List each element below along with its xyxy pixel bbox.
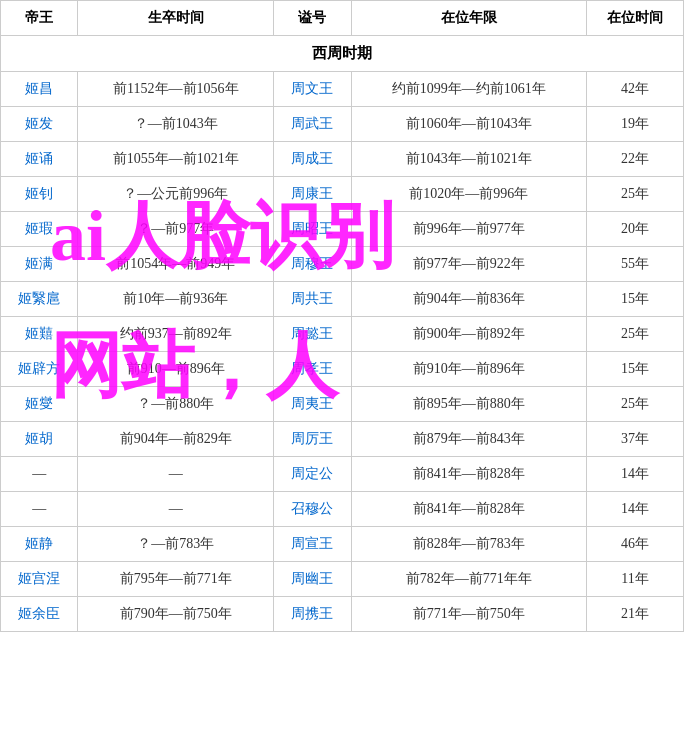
emperor-title[interactable]: 周昭王 — [274, 212, 351, 247]
emperor-title[interactable]: 召穆公 — [274, 492, 351, 527]
emperor-duration: 21年 — [586, 597, 683, 632]
emperor-title[interactable]: 周懿王 — [274, 317, 351, 352]
emperor-lifespan: 前795年—前771年 — [78, 562, 274, 597]
emperor-title[interactable]: 周穆王 — [274, 247, 351, 282]
emperor-name[interactable]: 姬燮 — [1, 387, 78, 422]
emperor-title-link[interactable]: 周武王 — [291, 116, 333, 131]
emperor-title-link[interactable]: 周宣王 — [291, 536, 333, 551]
emperor-reign-years: 前841年—前828年 — [351, 492, 586, 527]
emperor-name[interactable]: 姬瑕 — [1, 212, 78, 247]
emperor-title-link[interactable]: 周懿王 — [291, 326, 333, 341]
emperor-title-link[interactable]: 周厉王 — [291, 431, 333, 446]
emperor-name[interactable]: — — [1, 492, 78, 527]
emperor-title-link[interactable]: 周夷王 — [291, 396, 333, 411]
emperor-name[interactable]: 姬囏 — [1, 317, 78, 352]
emperor-duration: 37年 — [586, 422, 683, 457]
emperor-name[interactable]: 姬余臣 — [1, 597, 78, 632]
emperor-name-link[interactable]: 姬发 — [25, 116, 53, 131]
emperor-title[interactable]: 周厉王 — [274, 422, 351, 457]
emperor-duration: 42年 — [586, 72, 683, 107]
emperor-title[interactable]: 周幽王 — [274, 562, 351, 597]
emperor-reign-years: 前977年—前922年 — [351, 247, 586, 282]
emperor-name[interactable]: 姬钊 — [1, 177, 78, 212]
emperor-lifespan: — — [78, 492, 274, 527]
emperor-duration: 15年 — [586, 282, 683, 317]
emperor-lifespan: ？—公元前996年 — [78, 177, 274, 212]
emperor-duration: 14年 — [586, 492, 683, 527]
emperor-reign-years: 前1060年—前1043年 — [351, 107, 586, 142]
emperor-name[interactable]: 姬繄扈 — [1, 282, 78, 317]
emperor-name[interactable]: 姬胡 — [1, 422, 78, 457]
emperor-name-link[interactable]: 姬余臣 — [18, 606, 60, 621]
emperor-reign-years: 前904年—前836年 — [351, 282, 586, 317]
emperor-lifespan: 约前937—前892年 — [78, 317, 274, 352]
emperor-name-link[interactable]: 姬燮 — [25, 396, 53, 411]
emperor-duration: 55年 — [586, 247, 683, 282]
emperor-title[interactable]: 周文王 — [274, 72, 351, 107]
emperor-title-link[interactable]: 周共王 — [291, 291, 333, 306]
table-row: ——召穆公前841年—前828年14年 — [1, 492, 684, 527]
emperor-name[interactable]: 姬昌 — [1, 72, 78, 107]
emperor-name-link[interactable]: 姬诵 — [25, 151, 53, 166]
emperor-title-link[interactable]: 周定公 — [291, 466, 333, 481]
table-row: 姬静？—前783年周宣王前828年—前783年46年 — [1, 527, 684, 562]
emperor-reign-years: 约前1099年—约前1061年 — [351, 72, 586, 107]
emperor-title-link[interactable]: 周穆王 — [291, 256, 333, 271]
table-row: 姬昌前1152年—前1056年周文王约前1099年—约前1061年42年 — [1, 72, 684, 107]
emperor-reign-years: 前900年—前892年 — [351, 317, 586, 352]
emperor-name[interactable]: 姬宫涅 — [1, 562, 78, 597]
emperor-name[interactable]: 姬满 — [1, 247, 78, 282]
emperor-duration: 11年 — [586, 562, 683, 597]
emperor-duration: 25年 — [586, 387, 683, 422]
emperor-name-link[interactable]: 姬辟方 — [18, 361, 60, 376]
emperor-lifespan: 前790年—前750年 — [78, 597, 274, 632]
emperor-name-link[interactable]: 姬繄扈 — [18, 291, 60, 306]
emperor-title-link[interactable]: 周昭王 — [291, 221, 333, 236]
emperor-title[interactable]: 周宣王 — [274, 527, 351, 562]
table-row: 姬满前1054年—前949年周穆王前977年—前922年55年 — [1, 247, 684, 282]
emperor-duration: 46年 — [586, 527, 683, 562]
table-row: 姬发？—前1043年周武王前1060年—前1043年19年 — [1, 107, 684, 142]
emperor-title-link[interactable]: 召穆公 — [291, 501, 333, 516]
emperor-duration: 19年 — [586, 107, 683, 142]
emperor-title[interactable]: 周携王 — [274, 597, 351, 632]
emperor-name-link[interactable]: 姬瑕 — [25, 221, 53, 236]
emperor-title-link[interactable]: 周孝王 — [291, 361, 333, 376]
emperor-reign-years: 前910年—前896年 — [351, 352, 586, 387]
emperor-name[interactable]: 姬发 — [1, 107, 78, 142]
emperor-title[interactable]: 周康王 — [274, 177, 351, 212]
emperor-lifespan: 前1054年—前949年 — [78, 247, 274, 282]
emperor-lifespan: ？—前977年 — [78, 212, 274, 247]
emperor-title[interactable]: 周孝王 — [274, 352, 351, 387]
emperor-name[interactable]: — — [1, 457, 78, 492]
emperor-title-link[interactable]: 周幽王 — [291, 571, 333, 586]
emperor-name-link[interactable]: 姬静 — [25, 536, 53, 551]
emperor-name-link[interactable]: 姬囏 — [25, 326, 53, 341]
emperor-title-link[interactable]: 周康王 — [291, 186, 333, 201]
emperor-title-link[interactable]: 周成王 — [291, 151, 333, 166]
emperor-title[interactable]: 周夷王 — [274, 387, 351, 422]
emperor-duration: 25年 — [586, 177, 683, 212]
period-label: 西周时期 — [1, 36, 684, 72]
emperor-title[interactable]: 周共王 — [274, 282, 351, 317]
dynasty-table: 帝王 生卒时间 谥号 在位年限 在位时间 西周时期姬昌前1152年—前1056年… — [0, 0, 684, 632]
emperor-reign-years: 前782年—前771年年 — [351, 562, 586, 597]
emperor-name-link[interactable]: 姬胡 — [25, 431, 53, 446]
emperor-name[interactable]: 姬辟方 — [1, 352, 78, 387]
emperor-reign-years: 前895年—前880年 — [351, 387, 586, 422]
emperor-title-link[interactable]: 周文王 — [291, 81, 333, 96]
emperor-name[interactable]: 姬静 — [1, 527, 78, 562]
emperor-title-link[interactable]: 周携王 — [291, 606, 333, 621]
emperor-title[interactable]: 周成王 — [274, 142, 351, 177]
emperor-name-link[interactable]: 姬钊 — [25, 186, 53, 201]
emperor-name[interactable]: 姬诵 — [1, 142, 78, 177]
emperor-reign-years: 前828年—前783年 — [351, 527, 586, 562]
emperor-lifespan: 前1152年—前1056年 — [78, 72, 274, 107]
table-row: 姬余臣前790年—前750年周携王前771年—前750年21年 — [1, 597, 684, 632]
emperor-title[interactable]: 周武王 — [274, 107, 351, 142]
emperor-name-link[interactable]: 姬满 — [25, 256, 53, 271]
emperor-name-link[interactable]: 姬宫涅 — [18, 571, 60, 586]
emperor-title[interactable]: 周定公 — [274, 457, 351, 492]
emperor-lifespan: ？—前783年 — [78, 527, 274, 562]
emperor-name-link[interactable]: 姬昌 — [25, 81, 53, 96]
